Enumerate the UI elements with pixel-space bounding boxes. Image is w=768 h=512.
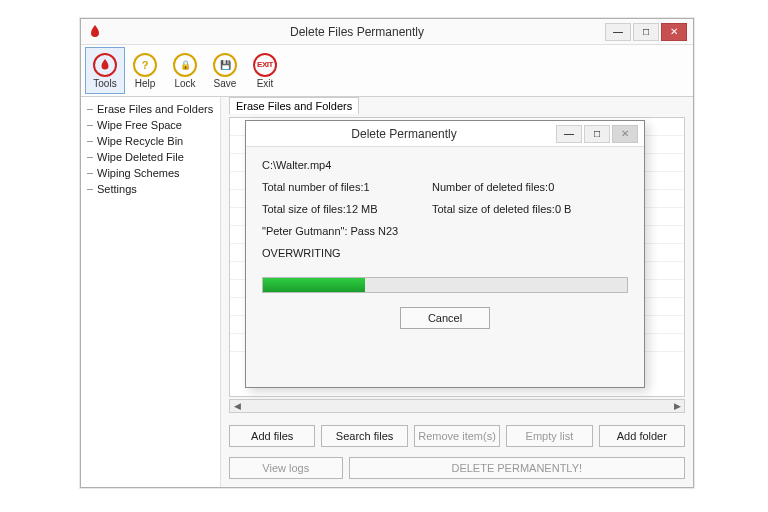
exit-button[interactable]: EXITExit (245, 47, 285, 94)
empty-list-button: Empty list (506, 425, 592, 447)
tools-label: Tools (93, 78, 116, 89)
dialog-maximize-button[interactable]: □ (584, 125, 610, 143)
tools-button[interactable]: Tools (85, 47, 125, 94)
main-titlebar: Delete Files Permanently — □ ✕ (81, 19, 693, 45)
add-folder-button[interactable]: Add folder (599, 425, 685, 447)
button-row-1: Add filesSearch filesRemove item(s)Empty… (229, 425, 685, 447)
deleted-files-value: 0 (548, 181, 554, 193)
delete-permanently-button: DELETE PERMANENTLY! (349, 457, 686, 479)
progress-bar (262, 277, 628, 293)
scroll-left-icon[interactable]: ◀ (230, 400, 244, 412)
sidebar-item-wiping-schemes[interactable]: Wiping Schemes (81, 165, 220, 181)
total-files-label: Total number of files: (262, 181, 364, 193)
close-button[interactable]: ✕ (661, 23, 687, 41)
maximize-button[interactable]: □ (633, 23, 659, 41)
help-icon: ? (133, 53, 157, 77)
toolbar: Tools?Help🔒Lock💾SaveEXITExit (81, 45, 693, 97)
lock-label: Lock (174, 78, 195, 89)
dialog-close-button: ✕ (612, 125, 638, 143)
deleted-size-value: 0 B (555, 203, 572, 215)
sidebar-item-erase-files-and-folders[interactable]: Erase Files and Folders (81, 101, 220, 117)
help-label: Help (135, 78, 156, 89)
exit-icon: EXIT (253, 53, 277, 77)
dialog-titlebar: Delete Permanently — □ ✕ (246, 121, 644, 147)
scroll-thumb[interactable] (244, 400, 670, 412)
total-size-label: Total size of files: (262, 203, 346, 215)
app-flame-icon (87, 24, 103, 40)
wiping-scheme: "Peter Gutmann": Pass N23 (262, 225, 398, 237)
save-label: Save (214, 78, 237, 89)
button-row-2: View logsDELETE PERMANENTLY! (229, 457, 685, 479)
tab-erase-files[interactable]: Erase Files and Folders (229, 97, 359, 114)
lock-button[interactable]: 🔒Lock (165, 47, 205, 94)
status-text: OVERWRITING (262, 247, 341, 259)
add-files-button[interactable]: Add files (229, 425, 315, 447)
total-size-value: 12 MB (346, 203, 378, 215)
main-title: Delete Files Permanently (109, 25, 605, 39)
search-files-button[interactable]: Search files (321, 425, 407, 447)
sidebar-item-wipe-deleted-file[interactable]: Wipe Deleted File (81, 149, 220, 165)
view-logs-button: View logs (229, 457, 343, 479)
minimize-button[interactable]: — (605, 23, 631, 41)
dialog-title: Delete Permanently (252, 127, 556, 141)
cancel-button[interactable]: Cancel (400, 307, 490, 329)
help-button[interactable]: ?Help (125, 47, 165, 94)
dialog-window-controls: — □ ✕ (556, 125, 638, 143)
save-icon: 💾 (213, 53, 237, 77)
delete-permanently-dialog: Delete Permanently — □ ✕ C:\Walter.mp4 T… (245, 120, 645, 388)
sidebar-item-settings[interactable]: Settings (81, 181, 220, 197)
horizontal-scrollbar[interactable]: ◀ ▶ (229, 399, 685, 413)
sidebar-item-wipe-free-space[interactable]: Wipe Free Space (81, 117, 220, 133)
sidebar-tree: Erase Files and FoldersWipe Free SpaceWi… (81, 97, 221, 487)
main-window-controls: — □ ✕ (605, 23, 687, 41)
exit-label: Exit (257, 78, 274, 89)
lock-icon: 🔒 (173, 53, 197, 77)
sidebar-item-wipe-recycle-bin[interactable]: Wipe Recycle Bin (81, 133, 220, 149)
deleted-files-label: Number of deleted files: (432, 181, 548, 193)
dialog-file-path: C:\Walter.mp4 (262, 159, 331, 171)
scroll-right-icon[interactable]: ▶ (670, 400, 684, 412)
flame-icon (93, 53, 117, 77)
progress-fill (263, 278, 365, 292)
deleted-size-label: Total size of deleted files: (432, 203, 555, 215)
dialog-body: C:\Walter.mp4 Total number of files:1 Nu… (246, 147, 644, 341)
save-button[interactable]: 💾Save (205, 47, 245, 94)
total-files-value: 1 (364, 181, 370, 193)
remove-item-s-button: Remove item(s) (414, 425, 500, 447)
dialog-minimize-button[interactable]: — (556, 125, 582, 143)
